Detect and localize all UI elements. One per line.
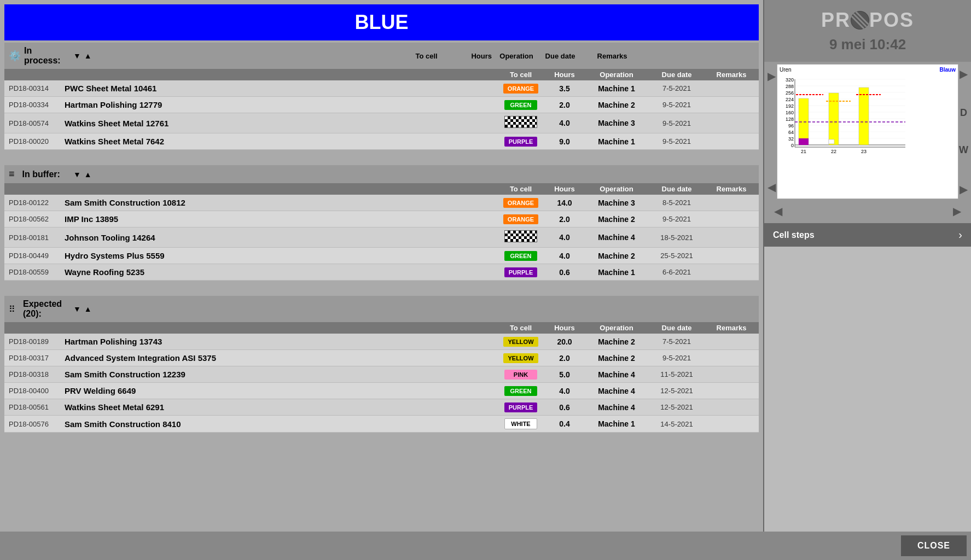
badge-orange: ORANGE [503,214,538,224]
row-name: PRV Welding 6649 [65,386,496,395]
logo-circle [851,11,869,30]
row-id: PD18-00189 [4,337,65,346]
row-duedate: 9-5-2021 [649,119,704,127]
badge-orange: ORANGE [503,198,538,208]
cell-steps-arrow[interactable]: › [958,229,962,241]
table-row[interactable]: PD18-00334 Hartman Polishing 12779 GREEN… [4,97,759,113]
in-process-header: ⚙️ In process: ▼ ▲ To cell Hours Operati… [4,43,759,69]
sort-down-arrow[interactable]: ▼ [73,51,81,60]
in-buffer-title: In buffer: [22,170,60,179]
row-name: IMP Inc 13895 [65,214,496,224]
in-buffer-rows: PD18-00122 Sam Smith Construction 10812 … [4,195,759,281]
sort-up-arrow-3[interactable]: ▲ [84,305,92,313]
table-row[interactable]: PD18-00318 Sam Smith Construction 12239 … [4,366,759,383]
row-tocell: PURPLE [496,267,545,277]
badge-purple: PURPLE [504,402,538,412]
table-row[interactable]: PD18-00562 IMP Inc 13895 ORANGE 2.0 Mach… [4,211,759,228]
in-process-section: ⚙️ In process: ▼ ▲ To cell Hours Operati… [4,43,759,150]
table-row[interactable]: PD18-00576 Sam Smith Construction 8410 W… [4,416,759,433]
row-duedate: 9-5-2021 [649,101,704,109]
chart-nav-right-down[interactable]: ▶ [958,182,969,197]
sort-down-arrow-3[interactable]: ▼ [73,305,81,313]
row-tocell [496,230,545,244]
sort-down-arrow-2[interactable]: ▼ [73,170,81,179]
svg-text:224: 224 [786,97,794,102]
badge-green: GREEN [504,386,537,396]
table-row[interactable]: PD18-00189 Hartman Polishing 13743 YELLO… [4,334,759,350]
close-button[interactable]: CLOSE [901,535,967,556]
chart-nav-left-down[interactable]: ◀ [766,179,777,195]
row-name: Hartman Polishing 12779 [65,100,496,109]
row-tocell: ORANGE [496,83,545,94]
right-panel: PR POS 9 mei 10:42 ▶ ◀ [763,0,971,532]
svg-text:160: 160 [786,110,794,115]
row-id: PD18-00334 [4,101,65,109]
chart-title-label: Uren [780,67,792,73]
badge-yellow: YELLOW [503,337,538,347]
d-label[interactable]: D [960,107,967,119]
badge-purple: PURPLE [504,267,538,277]
chart-nav-right-up[interactable]: ▶ [958,66,969,81]
expected-icon: ⠿ [9,304,15,314]
row-duedate: 9-5-2021 [649,354,704,362]
table-row[interactable]: PD18-00317 Advanced System Integration A… [4,350,759,366]
in-process-col-headers: To cell Hours Operation Due date Remarks [4,69,759,80]
row-operation: Machine 4 [584,370,649,379]
row-operation: Machine 2 [584,101,649,109]
w-label[interactable]: W [959,144,968,156]
table-row[interactable]: PD18-00400 PRV Welding 6649 GREEN 4.0 Ma… [4,383,759,399]
table-row[interactable]: PD18-00574 Watkins Sheet Metal 12761 4.0… [4,113,759,133]
col-duedate-h: Due date [649,71,704,79]
row-hours: 3.5 [545,84,584,93]
row-tocell: WHITE [496,418,545,429]
table-row[interactable]: PD18-00314 PWC Sheet Metal 10461 ORANGE … [4,80,759,97]
expected-rows: PD18-00189 Hartman Polishing 13743 YELLO… [4,334,759,433]
table-row[interactable]: PD18-00449 Hydro Systems Plus 5559 GREEN… [4,248,759,264]
row-operation: Machine 4 [584,403,649,412]
row-duedate: 9-5-2021 [649,137,704,145]
table-row[interactable]: PD18-00122 Sam Smith Construction 10812 … [4,195,759,211]
chart-nav-right[interactable]: ▶ D W ▶ [958,64,969,199]
col-header-hours: Hours [471,52,492,60]
table-row[interactable]: PD18-00561 Watkins Sheet Metal 6291 PURP… [4,399,759,416]
row-operation: Machine 3 [584,119,649,127]
cell-steps-header[interactable]: Cell steps › [764,223,971,247]
chart-prev-arrow[interactable]: ◀ [773,203,783,219]
col-tocell-h: To cell [496,71,545,79]
chart-next-arrow[interactable]: ▶ [952,203,962,219]
row-hours: 2.0 [545,354,584,363]
sort-up-arrow-2[interactable]: ▲ [84,170,92,179]
row-id: PD18-00562 [4,215,65,223]
svg-text:96: 96 [788,123,794,129]
row-duedate: 6-6-2021 [649,268,704,276]
row-operation: Machine 1 [584,84,649,93]
chart-bottom-nav[interactable]: ◀ ▶ [764,201,971,221]
table-row[interactable]: PD18-00020 Watkins Sheet Metal 7642 PURP… [4,133,759,150]
badge-green: GREEN [504,251,537,261]
row-id: PD18-00181 [4,234,65,242]
row-duedate: 9-5-2021 [649,215,704,223]
col-remarks-h: Remarks [704,71,759,79]
expected-title: Expected (20): [23,299,69,319]
row-hours: 2.0 [545,215,584,224]
row-name: Advanced System Integration ASI 5375 [65,353,496,363]
svg-text:320: 320 [786,77,794,83]
in-buffer-icon: ≡ [9,168,15,180]
table-row[interactable]: PD18-00181 Johnson Tooling 14264 4.0 Mac… [4,228,759,248]
sort-up-arrow[interactable]: ▲ [84,51,92,60]
datetime-display: 9 mei 10:42 [773,36,962,53]
row-operation: Machine 4 [584,233,649,242]
row-hours: 9.0 [545,137,584,146]
row-tocell: GREEN [496,386,545,396]
row-name: Hydro Systems Plus 5559 [65,251,496,260]
row-hours: 0.6 [545,403,584,412]
svg-text:256: 256 [786,90,794,96]
table-row[interactable]: PD18-00559 Wayne Roofing 5235 PURPLE 0.6… [4,264,759,281]
badge-pink: PINK [504,370,537,380]
row-name: Watkins Sheet Metal 12761 [65,119,496,128]
in-buffer-header: ≡ In buffer: ▼ ▲ [4,165,759,183]
chart-nav-left-up[interactable]: ▶ [766,68,777,84]
row-id: PD18-00122 [4,199,65,207]
svg-text:288: 288 [786,84,794,89]
chart-nav-left[interactable]: ▶ ◀ [766,64,777,199]
